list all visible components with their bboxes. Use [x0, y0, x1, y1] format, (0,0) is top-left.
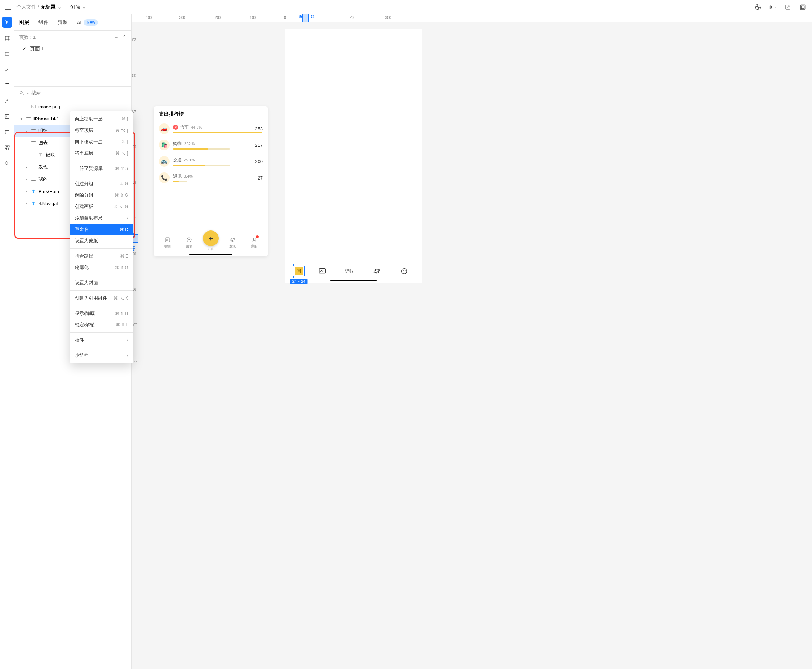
home-indicator — [331, 280, 377, 281]
search-tool[interactable] — [2, 158, 12, 169]
tab-layers[interactable]: 图层 — [19, 15, 29, 30]
tab-mingxi[interactable]: 明细 — [159, 236, 176, 249]
pen-tool[interactable] — [2, 64, 12, 75]
menu-set-mask[interactable]: 设置为蒙版 — [70, 235, 133, 247]
menu-show-hide[interactable]: 显示/隐藏⌘ ⇧ H — [70, 308, 133, 319]
tab-add-button[interactable]: ＋ — [203, 230, 219, 246]
tab-label: 记账 — [208, 247, 214, 252]
menu-rename[interactable]: 重命名⌘ R — [70, 224, 133, 235]
layer-name: 记账 — [45, 152, 55, 158]
pencil-icon — [4, 98, 10, 104]
svg-point-25 — [403, 271, 404, 271]
ruler-tick: 300 — [132, 73, 136, 77]
tab-label: 明细 — [164, 244, 171, 249]
chevron-down-icon[interactable]: ⌄ — [26, 91, 29, 95]
layers-search-input[interactable] — [31, 90, 119, 96]
chevron-right-icon: › — [127, 215, 128, 220]
eye-layers-button[interactable] — [753, 3, 762, 12]
document-title[interactable]: 无标题 — [40, 4, 55, 10]
rank-row: 🚌 交通 25.1% 200 — [154, 153, 268, 170]
menu-group[interactable]: 创建分组⌘ G — [70, 178, 133, 190]
menu-plugin[interactable]: 插件› — [70, 334, 133, 346]
tab-faxian[interactable]: 发现 — [224, 236, 241, 249]
search-icon — [4, 161, 10, 166]
menu-lock-unlock[interactable]: 锁定/解锁⌘ ⇧ L — [70, 319, 133, 331]
tab-chart[interactable] — [312, 266, 333, 276]
expand-arrow-icon[interactable]: ▸ — [24, 129, 29, 133]
contrast-button[interactable]: ⌄ — [768, 3, 777, 12]
layer-name: 4.Navigat — [39, 201, 58, 206]
artboard-expense-card[interactable]: 支出排行榜 🚗 ↗ 汽车 44.3% 353 🛍️ 购物 — [154, 106, 268, 257]
face-icon — [399, 266, 409, 276]
notification-dot — [256, 235, 258, 238]
page-item[interactable]: ✓ 页面 1 — [19, 45, 126, 52]
expand-arrow-icon[interactable]: ▸ — [24, 165, 29, 169]
rectangle-tool[interactable] — [2, 49, 12, 59]
menu-ungroup[interactable]: 解除分组⌘ ⇧ G — [70, 190, 133, 201]
tab-tubiao[interactable]: 图表 — [181, 236, 197, 249]
comment-tool[interactable] — [2, 127, 12, 138]
rank-bar — [173, 148, 230, 150]
car-icon: 🚗 — [159, 123, 169, 134]
expand-arrow-icon[interactable]: ▸ — [24, 177, 29, 182]
expand-arrow-icon[interactable]: ▸ — [24, 202, 29, 205]
canvas[interactable]: -400 -300 -200 -100 0 200 300 50 74 200 … — [132, 14, 812, 669]
menu-create-frame[interactable]: 创建画板⌘ ⌥ G — [70, 201, 133, 212]
menu-upload-resource[interactable]: 上传至资源库⌘ ⇧ S — [70, 163, 133, 174]
menu-move-down[interactable]: 向下移动一层⌘ [ — [70, 136, 133, 148]
tab-resources[interactable]: 资源 — [58, 15, 68, 30]
move-tool[interactable] — [2, 17, 12, 28]
tab-jizhang[interactable]: 记账 — [339, 268, 360, 274]
pencil-tool[interactable] — [2, 96, 12, 106]
menu-create-ref[interactable]: 创建为引用组件⌘ ⌥ K — [70, 292, 133, 304]
collapse-pages-button[interactable]: ⌃ — [122, 34, 126, 40]
tab-wode[interactable]: 我的 — [246, 236, 262, 249]
layer-row-image[interactable]: image.png — [14, 101, 131, 113]
add-page-button[interactable]: ＋ — [114, 34, 119, 40]
zoom-dropdown[interactable]: 91% ⌄ — [70, 4, 86, 10]
menu-flatten[interactable]: 拼合路径⌘ E — [70, 250, 133, 262]
expand-arrow-icon[interactable]: ▾ — [19, 117, 23, 121]
selection-handle[interactable] — [304, 276, 306, 278]
panels-button[interactable] — [799, 3, 807, 12]
expand-arrow-icon[interactable]: ▸ — [24, 190, 29, 193]
svg-point-24 — [401, 269, 407, 274]
svg-rect-20 — [297, 269, 300, 273]
image-tool[interactable] — [2, 111, 12, 122]
menu-move-top[interactable]: 移至顶层⌘ ⌥ ] — [70, 125, 133, 136]
divider — [65, 3, 66, 11]
selection-handle[interactable] — [304, 264, 306, 266]
collapse-all-button[interactable] — [121, 91, 126, 96]
plugins-tool[interactable] — [2, 143, 12, 153]
menu-separator — [70, 161, 133, 161]
svg-rect-10 — [5, 148, 7, 150]
selection-handle[interactable] — [292, 276, 294, 278]
menu-set-cover[interactable]: 设置为封面 — [70, 277, 133, 289]
tab-label: 我的 — [251, 244, 257, 249]
ruler-horizontal: -400 -300 -200 -100 0 200 300 50 74 — [132, 14, 812, 22]
tab-face[interactable] — [394, 266, 415, 276]
svg-point-14 — [32, 106, 33, 106]
menu-move-up[interactable]: 向上移动一层⌘ ] — [70, 113, 133, 125]
breadcrumb-parent[interactable]: 个人文件 — [17, 4, 36, 10]
menu-widget[interactable]: 小组件› — [70, 350, 133, 361]
selection-dimensions: 24 × 24 — [290, 279, 308, 284]
menu-outline[interactable]: 轮廓化⌘ ⇧ O — [70, 262, 133, 273]
menu-move-bottom[interactable]: 移至底层⌘ ⌥ [ — [70, 148, 133, 159]
selection-handle[interactable] — [292, 264, 294, 266]
selected-element[interactable]: 24 × 24 — [292, 264, 305, 278]
frame-tool[interactable] — [2, 33, 12, 44]
tab-planet[interactable] — [366, 266, 388, 276]
chevron-down-icon[interactable]: ⌄ — [58, 5, 61, 10]
layers-search-bar: ⌄ — [14, 86, 131, 99]
tab-ai[interactable]: AI New — [77, 15, 98, 30]
main-menu-button[interactable] — [3, 2, 13, 12]
planet-icon — [229, 236, 236, 243]
component-layer-icon — [31, 188, 36, 194]
artboard-iphone[interactable]: 24 × 24 记账 — [285, 29, 422, 283]
edit-launch-button[interactable] — [783, 3, 792, 12]
menu-auto-layout[interactable]: 添加自动布局› — [70, 212, 133, 224]
tab-components[interactable]: 组件 — [39, 15, 49, 30]
text-tool[interactable] — [2, 80, 12, 91]
rank-value: 217 — [255, 143, 263, 148]
